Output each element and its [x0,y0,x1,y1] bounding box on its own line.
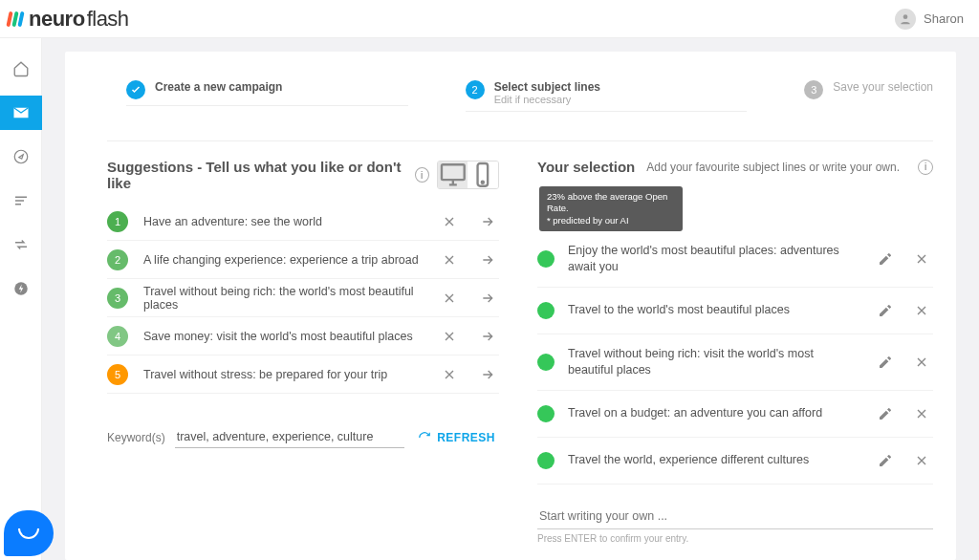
panel: Create a new campaign 2 Select subject l… [65,52,956,560]
dismiss-button[interactable] [438,363,461,386]
dismiss-button[interactable] [438,287,461,310]
selection-header: Your selection Add your favourite subjec… [537,159,933,175]
keywords-label: Keyword(s) [107,431,165,444]
sidebar [0,38,42,560]
suggestion-text: Have an adventure: see the world [143,215,423,228]
selection-text: Travel the world, experience different c… [568,452,860,468]
accept-button[interactable] [476,287,499,310]
info-icon[interactable]: i [918,160,933,175]
svg-rect-3 [442,164,465,180]
step-2-num: 2 [466,80,485,99]
remove-button[interactable] [910,248,933,270]
suggestions-header: Suggestions - Tell us what you like or d… [107,159,499,191]
edit-button[interactable] [874,299,897,322]
dismiss-button[interactable] [438,325,461,348]
status-dot [537,452,555,469]
view-toggle [437,161,499,189]
remove-button[interactable] [910,299,933,322]
suggestion-rank: 5 [107,364,128,385]
suggestion-row: 1 Have an adventure: see the world [107,203,499,241]
suggestions-column: Suggestions - Tell us what you like or d… [107,159,499,544]
selection-hint: Add your favourite subject lines or writ… [646,161,900,174]
write-own-hint: Press ENTER to confirm your entry. [537,533,933,544]
step-1[interactable]: Create a new campaign [126,80,408,106]
selection-row: Enjoy the world's most beautiful places:… [537,231,933,288]
status-dot [537,405,555,422]
logo-mark [8,11,23,27]
arrow-right-icon [480,367,495,382]
tooltip-line2: * predicted by our AI [547,215,675,226]
close-icon [914,303,929,318]
nav-home[interactable] [0,52,42,86]
pencil-icon [878,251,893,267]
suggestion-text: Travel without being rich: the world's m… [143,285,423,312]
remove-button[interactable] [910,351,933,374]
suggestion-text: A life changing experience: experience a… [143,253,423,267]
step-3-title: Save your selection [833,80,933,94]
tooltip-line1: 23% above the average Open Rate. [547,191,675,215]
info-icon[interactable]: i [415,167,429,183]
step-2[interactable]: 2 Select subject lines Edit if necessary [466,80,748,112]
chat-launcher[interactable] [4,510,54,556]
suggestion-row: 3 Travel without being rich: the world's… [107,279,499,317]
home-icon [12,60,30,77]
mobile-view-button[interactable] [468,162,498,188]
nav-bolt[interactable] [0,271,42,306]
nav-lines[interactable] [0,183,42,218]
selection-column: Your selection Add your favourite subjec… [537,159,933,544]
accept-button[interactable] [476,210,499,233]
suggestion-rank: 2 [107,249,128,270]
user-menu[interactable]: Sharon [895,9,964,30]
logo[interactable]: neuroflash [8,7,129,32]
accept-button[interactable] [476,325,499,348]
status-dot [537,302,555,319]
step-3[interactable]: 3 Save your selection [804,80,933,105]
close-icon [442,214,457,229]
selection-text: Enjoy the world's most beautiful places:… [568,243,860,275]
desktop-view-button[interactable] [438,162,468,188]
svg-point-1 [14,150,28,163]
selection-text: Travel without being rich: visit the wor… [568,346,860,378]
selection-row: Travel on a budget: an adventure you can… [537,391,933,438]
pencil-icon [878,453,893,468]
stepper: Create a new campaign 2 Select subject l… [107,80,933,112]
selection-row: Travel the world, experience different c… [537,438,933,485]
keywords-row: Keyword(s) REFRESH [107,426,499,448]
divider [107,140,933,141]
refresh-button[interactable]: REFRESH [414,427,499,448]
refresh-label: REFRESH [437,431,495,444]
logo-text-bold: neuro [29,7,85,32]
close-icon [914,355,929,370]
edit-button[interactable] [874,351,897,374]
pencil-icon [878,303,893,318]
prediction-tooltip: 23% above the average Open Rate. * predi… [539,186,683,231]
nav-transfer[interactable] [0,227,42,262]
dismiss-button[interactable] [438,210,461,233]
nav-mail[interactable] [0,96,42,130]
status-dot [537,354,555,371]
write-own-input[interactable] [537,504,933,529]
selection-row: Travel to the world's most beautiful pla… [537,288,933,334]
remove-button[interactable] [910,449,933,472]
edit-button[interactable] [874,402,897,425]
nav-explore[interactable] [0,140,42,174]
suggestion-rank: 1 [107,211,128,232]
edit-button[interactable] [874,248,897,270]
top-bar: neuroflash Sharon [0,0,979,38]
keywords-input[interactable] [175,426,404,448]
dismiss-button[interactable] [438,248,461,271]
refresh-icon [418,431,431,444]
avatar-icon [895,9,916,30]
accept-button[interactable] [476,248,499,271]
close-icon [442,291,457,306]
remove-button[interactable] [910,402,933,425]
accept-button[interactable] [476,363,499,386]
mail-icon [12,104,30,121]
suggestion-row: 5 Travel without stress: be prepared for… [107,355,499,394]
edit-button[interactable] [874,449,897,472]
suggestions-title: Suggestions - Tell us what you like or d… [107,159,407,191]
selection-title: Your selection [537,159,635,175]
suggestion-rank: 4 [107,326,128,347]
suggestion-text: Travel without stress: be prepared for y… [143,368,423,381]
lines-icon [12,192,30,209]
